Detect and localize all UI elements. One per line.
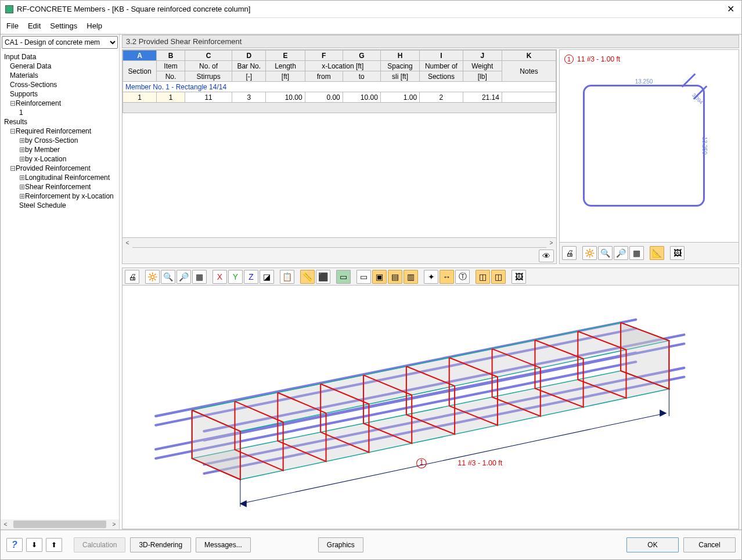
col-F[interactable]: F bbox=[305, 50, 343, 61]
print-icon[interactable]: 🖨 bbox=[125, 270, 139, 284]
tree-materials[interactable]: Materials bbox=[2, 71, 118, 80]
left-panel: CA1 - Design of concrete mem Input Data … bbox=[1, 35, 120, 529]
cover-icon[interactable]: ▣ bbox=[372, 270, 387, 284]
ok-button[interactable]: OK bbox=[626, 537, 679, 552]
scroll-right-icon[interactable]: > bbox=[109, 519, 119, 529]
grid-icon[interactable]: ▦ bbox=[192, 270, 207, 284]
tree-results[interactable]: Results bbox=[2, 117, 118, 127]
col-H[interactable]: H bbox=[380, 50, 419, 61]
svg-text:1: 1 bbox=[419, 458, 423, 467]
tree-shear-reinf[interactable]: ⊞Shear Reinforcement bbox=[2, 182, 118, 192]
iso-icon[interactable]: ◪ bbox=[260, 270, 274, 284]
col-A[interactable]: A bbox=[123, 50, 157, 61]
table-area: A B C D E F G H I J K bbox=[122, 49, 557, 264]
zoom-in-icon[interactable]: 🔍 bbox=[598, 246, 613, 260]
col-B[interactable]: B bbox=[157, 50, 185, 61]
tree-by-x[interactable]: ⊞by x-Location bbox=[2, 154, 118, 164]
scroll-left-icon[interactable]: < bbox=[1, 519, 10, 529]
table-scroll-x[interactable]: < > bbox=[123, 237, 556, 247]
viewer-toolbar: 🖨 🔆 🔍 🔎 ▦ X Y Z ◪ 📋 📏 ⬛ bbox=[123, 268, 739, 286]
stirrup-shape: 13.250 13.250 3.094 bbox=[583, 85, 705, 207]
render-icon[interactable]: 🖼 bbox=[670, 246, 685, 260]
copy-icon[interactable]: 📋 bbox=[280, 270, 294, 284]
col-E[interactable]: E bbox=[266, 50, 305, 61]
text-icon[interactable]: Ⓣ bbox=[455, 270, 470, 284]
window-title: RF-CONCRETE Members - [KB - Square reinf… bbox=[17, 5, 725, 13]
member-header: Member No. 1 - Rectangle 14/14 bbox=[123, 82, 556, 92]
case-selector[interactable]: CA1 - Design of concrete mem bbox=[2, 36, 118, 49]
shear-reinf-table[interactable]: A B C D E F G H I J K bbox=[123, 50, 556, 113]
help-icon[interactable]: ? bbox=[6, 538, 23, 552]
view-z-icon[interactable]: Z bbox=[244, 270, 258, 284]
col-K[interactable]: K bbox=[502, 50, 556, 61]
scroll-right-icon[interactable]: > bbox=[546, 238, 556, 248]
outline-icon[interactable]: ▭ bbox=[356, 270, 371, 284]
opt1-icon[interactable]: ◫ bbox=[476, 270, 490, 284]
label-icon[interactable]: 📏 bbox=[300, 270, 315, 284]
scroll-thumb[interactable] bbox=[13, 521, 106, 528]
stirrups-icon[interactable]: ▥ bbox=[404, 270, 418, 284]
view-button[interactable]: 👁 bbox=[539, 250, 554, 262]
menu-edit[interactable]: Edit bbox=[28, 21, 41, 30]
tree-input-data[interactable]: Input Data bbox=[2, 52, 118, 62]
messages-button[interactable]: Messages... bbox=[196, 537, 251, 552]
tree-steel-schedule[interactable]: Steel Schedule bbox=[2, 201, 118, 210]
import-button[interactable]: ⬇ bbox=[26, 538, 42, 552]
scroll-left-icon[interactable]: < bbox=[123, 238, 132, 248]
zoom-in-icon[interactable]: 🔍 bbox=[161, 270, 175, 284]
col-D[interactable]: D bbox=[232, 50, 266, 61]
col-I[interactable]: I bbox=[420, 50, 463, 61]
table-row[interactable]: 1 1 11 3 10.00 0.00 10.00 1.00 2 21.14 bbox=[123, 92, 556, 103]
tree-by-member[interactable]: ⊞by Member bbox=[2, 145, 118, 154]
zoom-window-icon[interactable]: 🔎 bbox=[177, 270, 191, 284]
section-panel: 1 11 #3 - 1.00 ft 13.250 13.250 3.094 🖨 bbox=[559, 49, 739, 264]
menu-settings[interactable]: Settings bbox=[50, 21, 77, 30]
member-icon[interactable]: ▭ bbox=[336, 270, 351, 284]
pane-title: 3.2 Provided Shear Reinforcement bbox=[122, 35, 739, 48]
beam-svg: 1 11 #3 - 1.00 ft bbox=[123, 286, 739, 529]
tree-provided[interactable]: ⊟Provided Reinforcement bbox=[2, 164, 118, 173]
tree-reinf-by-x[interactable]: ⊞Reinforcement by x-Location bbox=[2, 192, 118, 201]
tree-by-cross[interactable]: ⊞by Cross-Section bbox=[2, 136, 118, 145]
tree-long-reinf[interactable]: ⊞Longitudinal Reinforcement bbox=[2, 173, 118, 182]
tree-general-data[interactable]: General Data bbox=[2, 62, 118, 71]
tree-required[interactable]: ⊟Required Reinforcement bbox=[2, 127, 118, 136]
tree-cross-sections[interactable]: Cross-Sections bbox=[2, 80, 118, 89]
rendering-button[interactable]: 3D-Rendering bbox=[130, 537, 191, 552]
viewer-3d: 🖨 🔆 🔍 🔎 ▦ X Y Z ◪ 📋 📏 ⬛ bbox=[122, 268, 739, 529]
grid-icon[interactable]: ▦ bbox=[629, 246, 644, 260]
zoom-extents-icon[interactable]: 🔆 bbox=[582, 246, 597, 260]
titlebar: RF-CONCRETE Members - [KB - Square reinf… bbox=[1, 1, 741, 18]
section-view[interactable]: 1 11 #3 - 1.00 ft 13.250 13.250 3.094 bbox=[560, 50, 739, 243]
cancel-button[interactable]: Cancel bbox=[683, 537, 736, 552]
bars-icon[interactable]: ▤ bbox=[388, 270, 402, 284]
axes-icon[interactable]: ✦ bbox=[424, 270, 438, 284]
render2-icon[interactable]: 🖼 bbox=[512, 270, 526, 284]
calculation-button: Calculation bbox=[74, 537, 125, 552]
zoom-extents-icon[interactable]: 🔆 bbox=[145, 270, 160, 284]
navigation-tree[interactable]: Input Data General Data Materials Cross-… bbox=[1, 50, 119, 519]
svg-marker-20 bbox=[660, 410, 666, 416]
print-icon[interactable]: 🖨 bbox=[562, 246, 577, 260]
col-G[interactable]: G bbox=[343, 50, 380, 61]
export-button[interactable]: ⬆ bbox=[46, 538, 62, 552]
graphics-button[interactable]: Graphics bbox=[318, 537, 363, 552]
tree-reinforcement[interactable]: ⊟Reinforcement bbox=[2, 99, 118, 108]
tree-scroll-x[interactable]: < > bbox=[1, 519, 119, 529]
tree-reinforcement-1[interactable]: 1 bbox=[2, 108, 118, 117]
view-x-icon[interactable]: X bbox=[212, 270, 227, 284]
menu-help[interactable]: Help bbox=[87, 21, 102, 30]
tree-supports[interactable]: Supports bbox=[2, 89, 118, 99]
dim-top: 13.250 bbox=[635, 78, 653, 85]
close-icon[interactable]: ✕ bbox=[725, 3, 737, 15]
opt2-icon[interactable]: ◫ bbox=[491, 270, 506, 284]
dimensions-icon[interactable]: 📐 bbox=[650, 246, 664, 260]
col-J[interactable]: J bbox=[463, 50, 502, 61]
zoom-window-icon[interactable]: 🔎 bbox=[614, 246, 628, 260]
solid-icon[interactable]: ⬛ bbox=[316, 270, 330, 284]
view-y-icon[interactable]: Y bbox=[228, 270, 243, 284]
dims-icon[interactable]: ↔ bbox=[440, 270, 454, 284]
col-C[interactable]: C bbox=[185, 50, 232, 61]
menu-file[interactable]: File bbox=[6, 21, 19, 30]
viewer-canvas[interactable]: 1 11 #3 - 1.00 ft bbox=[123, 286, 739, 529]
